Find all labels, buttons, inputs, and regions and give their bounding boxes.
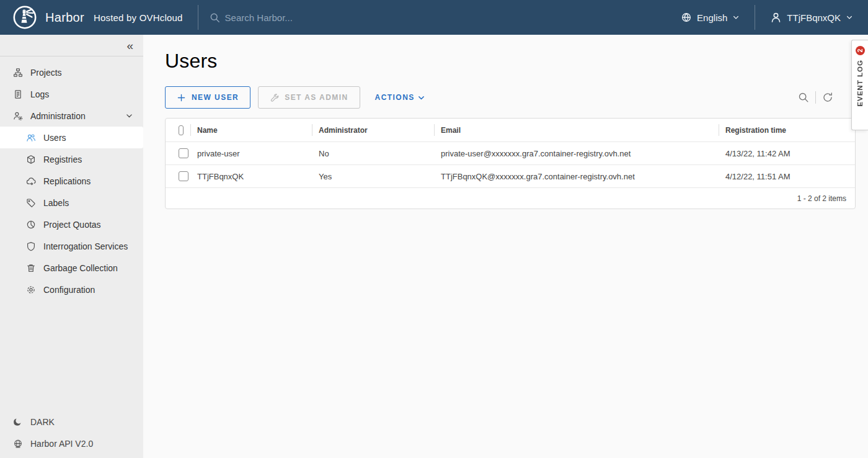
global-search [210,12,361,23]
row-checkbox-cell [166,148,190,158]
sidebar-item-labels[interactable]: Labels [0,192,143,213]
sidebar-item-label: Registries [43,155,82,164]
hosted-by-label: Hosted by OVHcloud [94,12,183,23]
column-header-administrator[interactable]: Administrator [312,119,434,141]
sidebar-item-administration[interactable]: Administration [0,105,143,127]
replications-icon [26,176,36,186]
chevron-down-icon [125,112,133,120]
row-checkbox-cell [166,171,190,181]
refresh-icon[interactable] [816,92,839,103]
sidebar-item-label: Garbage Collection [43,263,118,273]
sidebar-item-label: Labels [43,198,69,208]
event-log-badge: 2 [856,46,865,55]
cell-administrator: Yes [312,172,434,181]
row-checkbox[interactable] [179,171,188,181]
set-as-admin-button[interactable]: SET AS ADMIN [258,86,360,109]
harbor-api-label: Harbor API V2.0 [30,439,93,449]
cell-name: private-user [190,149,312,158]
sidebar-item-project-quotas[interactable]: Project Quotas [0,213,143,235]
table-row[interactable]: TTjFBqnxQK Yes TTjFBqnxQK@xxxxxxx.gra7.c… [166,164,855,187]
toolbar: NEW USER SET AS ADMIN ACTIONS [165,86,856,109]
sidebar-item-label: Administration [30,111,86,121]
sidebar-item-label: Interrogation Services [43,241,128,251]
harbor-logo[interactable]: Harbor Hosted by OVHcloud [0,5,183,30]
sidebar-item-projects[interactable]: Projects [0,61,143,83]
harbor-api-link[interactable]: Harbor API V2.0 [0,433,143,454]
column-header-registration-time[interactable]: Registration time [719,119,855,141]
sidebar-top-bar: « [0,35,143,56]
sidebar-item-label: Replications [43,176,91,186]
projects-icon [13,68,23,78]
api-globe-icon [13,439,23,449]
actions-dropdown[interactable]: ACTIONS [375,93,425,102]
registries-icon [26,155,36,164]
sidebar-item-logs[interactable]: Logs [0,83,143,105]
theme-toggle-label: DARK [30,417,55,427]
sidebar-item-configuration[interactable]: Configuration [0,279,143,300]
sidebar-item-label: Configuration [43,285,95,295]
sidebar-item-label: Projects [30,68,62,78]
chevron-down-icon [732,14,740,21]
header-right: English TTjFBqnxQK [666,0,868,35]
app-header: Harbor Hosted by OVHcloud English [0,0,868,35]
app-name: Harbor [45,11,84,25]
cell-registration-time: 4/12/22, 11:51 AM [719,172,855,181]
sidebar-item-label: Project Quotas [43,220,101,230]
project-quotas-icon [26,220,36,230]
sidebar-item-replications[interactable]: Replications [0,170,143,192]
filter-search-icon[interactable] [792,92,815,103]
cell-email: private-user@xxxxxxx.gra7.container-regi… [434,149,719,158]
users-table: Name Administrator Email Registration ti… [165,118,856,209]
sidebar-item-registries[interactable]: Registries [0,148,143,170]
row-checkbox[interactable] [179,148,188,158]
cell-administrator: No [312,149,434,158]
harbor-logo-icon [12,5,37,30]
sidebar-item-interrogation-services[interactable]: Interrogation Services [0,235,143,257]
logs-icon [13,89,23,99]
actions-label: ACTIONS [375,93,415,102]
collapse-sidebar-icon[interactable]: « [126,40,133,52]
event-log-label: EVENT LOG [856,60,864,107]
table-header-row: Name Administrator Email Registration ti… [166,119,855,141]
user-icon [770,12,782,24]
sidebar: « Projects Logs [0,35,143,458]
interrogation-services-icon [26,241,36,251]
wrench-icon [270,93,279,102]
search-input[interactable] [225,12,361,23]
page-title: Users [165,50,856,73]
user-menu[interactable]: TTjFBqnxQK [755,12,868,24]
users-icon [26,133,36,143]
new-user-button[interactable]: NEW USER [165,86,250,109]
pagination-summary: 1 - 2 of 2 items [797,194,846,203]
set-as-admin-label: SET AS ADMIN [285,93,348,102]
language-selector[interactable]: English [666,12,755,23]
administration-icon [13,111,23,121]
table-row[interactable]: private-user No private-user@xxxxxxx.gra… [166,141,855,164]
select-all-checkbox[interactable] [179,125,184,135]
garbage-collection-icon [26,263,36,273]
search-icon [210,12,220,23]
header-divider [198,5,198,30]
column-header-name[interactable]: Name [190,119,312,141]
cell-name: TTjFBqnxQK [190,172,312,181]
sidebar-item-label: Logs [30,89,49,99]
sidebar-item-users[interactable]: Users [0,127,143,148]
sidebar-nav: Projects Logs Administration [0,56,143,300]
event-log-tab[interactable]: 2 EVENT LOG [851,40,868,130]
table-tools [792,91,839,104]
column-header-email[interactable]: Email [434,119,719,141]
theme-toggle[interactable]: DARK [0,411,143,433]
header-checkbox-cell [166,119,190,141]
configuration-icon [26,285,36,295]
sidebar-item-garbage-collection[interactable]: Garbage Collection [0,257,143,279]
table-body: private-user No private-user@xxxxxxx.gra… [166,141,855,187]
globe-icon [681,12,692,23]
new-user-label: NEW USER [192,93,239,102]
username-label: TTjFBqnxQK [787,12,841,23]
labels-icon [26,198,36,208]
sidebar-footer: DARK Harbor API V2.0 [0,411,143,458]
cell-registration-time: 4/13/22, 11:42 AM [719,149,855,158]
plus-icon [177,93,186,102]
moon-icon [13,417,23,427]
main-content: Users NEW USER SET AS ADMIN ACTIONS [143,35,868,458]
